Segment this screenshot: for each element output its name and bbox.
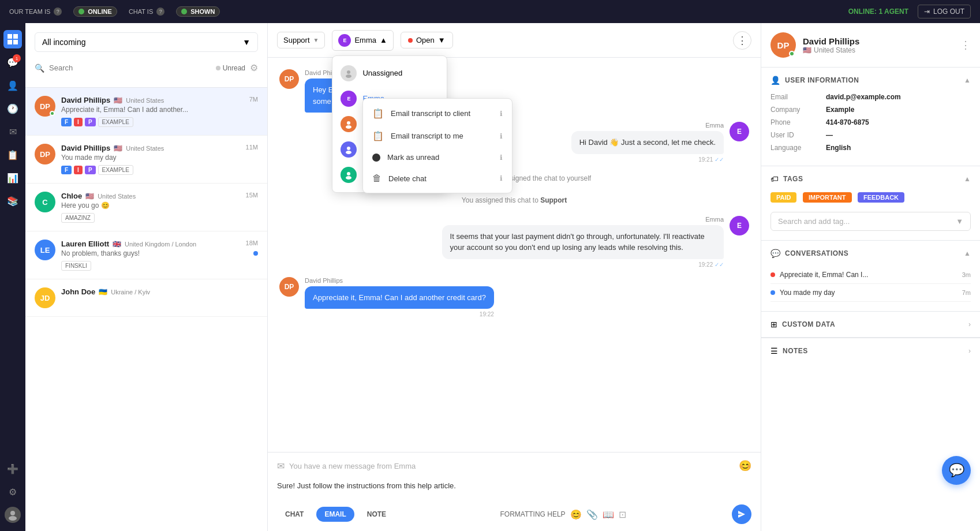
user-info-header[interactable]: 👤 USER INFORMATION ▲ bbox=[761, 68, 980, 93]
menu-mark-unread[interactable]: Mark as unread ℹ bbox=[363, 147, 512, 167]
conv-info-2: David Phillips 🇺🇸 United States You made… bbox=[61, 144, 240, 175]
attachment-icon[interactable]: 📎 bbox=[586, 509, 598, 520]
sidebar-icon-avatar[interactable] bbox=[3, 506, 22, 524]
sidebar-icon-settings[interactable]: ⚙ bbox=[3, 483, 22, 501]
conv-country-1: United States bbox=[126, 97, 164, 104]
conv-avatar-1: DP bbox=[35, 96, 55, 117]
menu-email-me[interactable]: 📋 Email transcript to me ℹ bbox=[363, 125, 512, 147]
sidebar-icon-notes[interactable]: 📋 bbox=[3, 145, 22, 164]
svg-point-13 bbox=[346, 176, 351, 180]
email-client-shortcut: ℹ bbox=[500, 110, 503, 118]
sidebar-icon-more[interactable]: ➕ bbox=[3, 459, 22, 478]
info-row-userid: User ID — bbox=[770, 131, 971, 139]
conv-country-2: United States bbox=[126, 145, 164, 152]
templates-icon[interactable]: ⊡ bbox=[619, 509, 626, 520]
status-chevron-icon: ▼ bbox=[438, 36, 446, 44]
custom-data-section[interactable]: ⊞ CUSTOM DATA › bbox=[761, 312, 980, 338]
agent-option-unassigned[interactable]: Unassigned bbox=[332, 61, 447, 86]
topbar: OUR TEAM IS ? ONLINE CHAT IS ? SHOWN ONL… bbox=[0, 0, 980, 23]
conv-preview-1: Appreciate it, Emma! Can I add another..… bbox=[61, 106, 244, 114]
tag-important: IMPORTANT bbox=[803, 192, 852, 203]
search-input[interactable] bbox=[49, 63, 211, 72]
agent-select-button[interactable]: E Emma ▲ bbox=[332, 30, 393, 51]
notes-icon: 📋 bbox=[7, 149, 18, 160]
msg-sender-2: Emma bbox=[571, 122, 724, 129]
sidebar-icon-contacts[interactable]: 👤 bbox=[3, 76, 22, 95]
msg-bubble-3: It seems that your last payment didn't g… bbox=[442, 225, 724, 259]
emoji-button[interactable]: 😊 bbox=[739, 459, 751, 472]
msg-avatar-3: E bbox=[730, 216, 749, 235]
email-tab-button[interactable]: EMAIL bbox=[316, 507, 354, 522]
svg-rect-1 bbox=[13, 34, 18, 39]
conv-item-4[interactable]: LE Lauren Elliott 🇬🇧 United Kingdom / Lo… bbox=[25, 231, 267, 279]
conv-history-2[interactable]: You made my day 7m bbox=[770, 284, 971, 302]
sidebar-icon-logo[interactable] bbox=[3, 30, 22, 48]
status-select[interactable]: Open ▼ bbox=[401, 32, 453, 48]
notes-section[interactable]: ☰ NOTES › bbox=[761, 338, 980, 364]
sidebar-icon-send[interactable]: ✉ bbox=[3, 122, 22, 141]
conv-item-1[interactable]: DP David Phillips 🇺🇸 United States Appre… bbox=[25, 88, 267, 136]
conv-label-1: EXAMPLE bbox=[98, 117, 133, 127]
menu-delete-chat[interactable]: 🗑 Delete chat ℹ bbox=[363, 167, 512, 189]
conversations-header[interactable]: 💬 CONVERSATIONS ▲ bbox=[761, 241, 980, 266]
tags-chevron: ▲ bbox=[964, 175, 971, 183]
logout-button[interactable]: ⇥ LOG OUT bbox=[918, 5, 971, 18]
shown-toggle[interactable]: SHOWN bbox=[176, 6, 220, 17]
online-toggle[interactable]: ONLINE bbox=[73, 6, 117, 17]
delete-chat-icon: 🗑 bbox=[372, 173, 381, 184]
main-layout: 💬 1 👤 🕐 ✉ 📋 📊 📚 ➕ ⚙ bbox=[0, 23, 980, 531]
team-help-icon[interactable]: ? bbox=[54, 8, 62, 16]
contacts-icon: 👤 bbox=[7, 80, 18, 91]
emoji-input-icon[interactable]: 😊 bbox=[570, 509, 582, 520]
conv-time-2: 11M bbox=[246, 144, 258, 151]
unread-filter[interactable]: Unread bbox=[216, 64, 245, 72]
knowledge-input-icon[interactable]: 📖 bbox=[603, 509, 614, 520]
more-icon: ➕ bbox=[7, 463, 18, 474]
conv-flag-4: 🇬🇧 bbox=[113, 240, 121, 248]
sidebar-icon-history[interactable]: 🕐 bbox=[3, 99, 22, 118]
filter-chevron-icon: ▼ bbox=[242, 38, 250, 47]
custom-data-icon: ⊞ bbox=[770, 320, 777, 329]
conv-list-header: All incoming ▼ 🔍 Unread ⚙ bbox=[25, 23, 267, 88]
conv-item-3[interactable]: C Chloe 🇺🇸 United States Here you go 😊 A… bbox=[25, 184, 267, 231]
chat-tab-button[interactable]: CHAT bbox=[277, 507, 312, 522]
conv-item-2[interactable]: DP David Phillips 🇺🇸 United States You m… bbox=[25, 136, 267, 184]
conv-flag-1: 🇺🇸 bbox=[114, 96, 122, 104]
filter-dropdown[interactable]: All incoming ▼ bbox=[35, 32, 258, 52]
formatting-help-button[interactable]: FORMATTING HELP bbox=[500, 510, 566, 518]
conv-history-1[interactable]: Appreciate it, Emma! Can I... 3m bbox=[770, 266, 971, 284]
conv-country-5: Ukraine / Kyiv bbox=[111, 289, 150, 296]
custom-data-arrow: › bbox=[968, 320, 971, 328]
floating-chat-button[interactable]: 💬 bbox=[942, 456, 971, 485]
tags-header[interactable]: 🏷 TAGS ▲ bbox=[761, 166, 980, 192]
department-arrow-icon: ▼ bbox=[313, 37, 319, 43]
menu-email-client[interactable]: 📋 Email transcript to client ℹ bbox=[363, 102, 512, 125]
sidebar-icon-conversations[interactable]: 💬 1 bbox=[3, 53, 22, 72]
tick-2: ✓✓ bbox=[715, 156, 724, 163]
send-button[interactable] bbox=[732, 504, 751, 524]
right-panel: DP David Phillips 🇺🇸 United States ⋮ 👤 U… bbox=[761, 23, 980, 531]
department-select[interactable]: Support ▼ bbox=[277, 32, 325, 48]
tag-f-1: F bbox=[61, 118, 72, 126]
online-text: ONLINE bbox=[88, 8, 112, 15]
sidebar-icon-knowledge[interactable]: 📚 bbox=[3, 192, 22, 210]
chat-more-button[interactable]: ⋮ bbox=[733, 31, 751, 50]
input-text-content[interactable]: Sure! Just follow the instructions from … bbox=[277, 481, 751, 495]
chat-actions: ⋮ bbox=[733, 31, 751, 50]
note-tab-button[interactable]: NOTE bbox=[359, 507, 394, 522]
sidebar-icon-analytics[interactable]: 📊 bbox=[3, 169, 22, 187]
conv-time-4: 18M bbox=[246, 240, 258, 246]
chat-help-icon[interactable]: ? bbox=[156, 8, 164, 16]
rp-more-button[interactable]: ⋮ bbox=[960, 39, 971, 51]
list-settings-icon[interactable]: ⚙ bbox=[250, 62, 258, 73]
tag-search-input[interactable]: Search and add tag... ▼ bbox=[770, 212, 971, 231]
tags-icon: 🏷 bbox=[770, 174, 779, 184]
conv-avatar-2: DP bbox=[35, 144, 55, 164]
svg-point-5 bbox=[9, 516, 17, 521]
analytics-icon: 📊 bbox=[7, 173, 18, 184]
send-icon bbox=[737, 510, 746, 519]
conv-country-4: United Kingdom / London bbox=[125, 241, 196, 248]
rp-country: 🇺🇸 United States bbox=[803, 46, 859, 54]
conv-item-5[interactable]: JD John Doe 🇺🇦 Ukraine / Kyiv bbox=[25, 279, 267, 317]
user-info-section: 👤 USER INFORMATION ▲ Email david.p@examp… bbox=[761, 68, 980, 166]
